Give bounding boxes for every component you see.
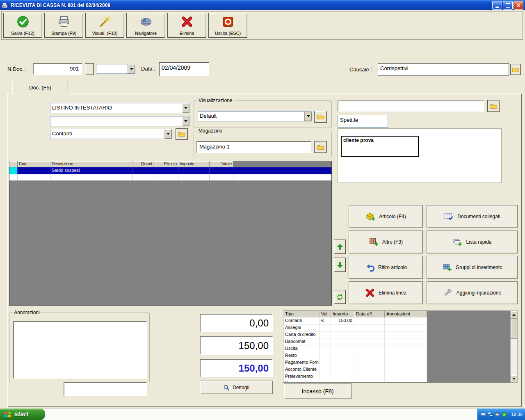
elimina-linea-button[interactable]: Elimina linea bbox=[349, 281, 423, 304]
move-up-button[interactable] bbox=[334, 240, 346, 254]
payment-row[interactable]: Resto bbox=[283, 352, 427, 359]
listino-value: LISTINO INTESTATARIO bbox=[50, 103, 182, 113]
titlebar: RICEVUTA DI CASSA N. 901 del 02/04/2009 bbox=[0, 0, 525, 10]
system-tray: 19.36 bbox=[477, 409, 525, 420]
causale-field[interactable]: Corrispettivi bbox=[378, 63, 509, 76]
causale-label: Causale : bbox=[349, 66, 372, 73]
payments-scrollbar[interactable] bbox=[510, 310, 518, 383]
totale-value: 0,00 bbox=[249, 317, 269, 329]
save-check-icon bbox=[17, 16, 29, 28]
payment-row[interactable]: Acconto Cliente bbox=[283, 366, 427, 373]
items-grid[interactable]: Cod. Descrizione Quant. Prezzo Imposte T… bbox=[9, 161, 332, 306]
scrollbar-thumb[interactable] bbox=[511, 318, 517, 339]
payment-row[interactable]: Carta di credito bbox=[283, 331, 427, 338]
network-tray-icon[interactable] bbox=[488, 412, 493, 417]
close-button[interactable] bbox=[514, 1, 523, 10]
payment-row[interactable]: Prelevamento bbox=[283, 373, 427, 380]
payments-header: Tipo Val Importo Data eff. Annotazioni bbox=[283, 311, 427, 317]
magazzino-lookup-button[interactable] bbox=[314, 141, 327, 153]
ritiro-articolo-button[interactable]: Ritiro articolo bbox=[349, 256, 423, 279]
pagamento-select[interactable]: Contanti bbox=[50, 129, 172, 139]
arrow-up-icon bbox=[337, 244, 343, 250]
doc-series-button[interactable] bbox=[85, 63, 94, 75]
venditore-select[interactable] bbox=[50, 116, 189, 126]
documenti-collegati-button[interactable]: Documenti collegati bbox=[427, 205, 518, 228]
gruppi-inserimento-button[interactable]: Gruppi di inserimentc bbox=[427, 256, 518, 279]
annotazioni-group-label: Annotazioni bbox=[13, 310, 41, 315]
navigatore-button[interactable]: Navigatore bbox=[126, 13, 165, 38]
scontrino-field[interactable] bbox=[64, 382, 147, 396]
visual-button[interactable]: Visual. (F10) bbox=[85, 13, 124, 38]
magazzino-field[interactable]: Magazzino 1 bbox=[196, 141, 311, 153]
minimize-button[interactable] bbox=[492, 1, 502, 10]
scroll-down-button[interactable] bbox=[511, 375, 517, 382]
visualizzazione-value: Default bbox=[198, 112, 304, 121]
folder-icon bbox=[512, 67, 519, 73]
tab-doc[interactable]: Doc. (F5) bbox=[12, 81, 68, 94]
salva-button[interactable]: Salva (F12) bbox=[3, 13, 42, 38]
printer-tray-icon[interactable] bbox=[495, 412, 500, 417]
start-button[interactable]: start bbox=[0, 409, 45, 420]
payment-row[interactable]: Versamento bbox=[283, 380, 427, 383]
data-field[interactable]: 02/04/2009 bbox=[159, 62, 209, 76]
chevron-down-icon[interactable] bbox=[182, 116, 189, 126]
acredito-value: 150,00 bbox=[239, 363, 269, 374]
magazzino-value: Magazzino 1 bbox=[197, 142, 310, 151]
payment-row[interactable]: Uscita bbox=[283, 345, 427, 352]
salva-label: Salva (F12) bbox=[11, 31, 34, 36]
chevron-down-icon[interactable] bbox=[182, 103, 189, 113]
scroll-up-button[interactable] bbox=[511, 311, 517, 318]
scrollbar-track[interactable] bbox=[511, 339, 517, 375]
stampa-button[interactable]: Stampa (F9) bbox=[44, 13, 83, 38]
causale-value: Corrispettivi bbox=[378, 64, 509, 73]
payment-row[interactable]: Pagamento Forni bbox=[283, 359, 427, 366]
payment-row[interactable]: Assegni bbox=[283, 324, 427, 331]
refresh-icon bbox=[336, 294, 343, 301]
grid-row-selected[interactable]: Saldo sospesi bbox=[9, 167, 331, 174]
display-tray-icon[interactable] bbox=[481, 412, 486, 417]
intestatario-lookup-button[interactable] bbox=[487, 100, 500, 112]
listino-select[interactable]: LISTINO INTESTATARIO bbox=[50, 103, 189, 113]
destinatario-field[interactable]: Spett.le bbox=[338, 115, 388, 128]
intestatario-field[interactable] bbox=[338, 100, 484, 112]
visualizzazione-select[interactable]: Default bbox=[198, 111, 312, 121]
annotazioni-textarea-wrap bbox=[13, 321, 147, 379]
payment-row[interactable]: Contanti € 150,00 bbox=[283, 317, 427, 324]
destinatario-value: Spett.le bbox=[338, 115, 388, 125]
taskbar bbox=[0, 409, 525, 420]
cliente-box[interactable]: cliente prova bbox=[341, 136, 419, 157]
dettagli-button[interactable]: Dettagli bbox=[200, 381, 273, 394]
folder-icon bbox=[178, 131, 185, 137]
altro-button[interactable]: Altro (F3) bbox=[349, 231, 423, 253]
annotazioni-textarea[interactable] bbox=[14, 322, 146, 378]
uscita-button[interactable]: Uscita (ESC) bbox=[208, 13, 247, 38]
chevron-down-icon[interactable] bbox=[164, 129, 171, 139]
pagamento-lookup-button[interactable] bbox=[176, 128, 188, 140]
scontrino-value bbox=[64, 383, 146, 386]
chevron-down-icon[interactable] bbox=[304, 112, 312, 121]
maximize-button[interactable] bbox=[503, 1, 513, 10]
pagato-value-box: 150,00 bbox=[200, 336, 273, 355]
articolo-button[interactable]: Articolo (F4) bbox=[349, 205, 423, 228]
payment-row[interactable]: Bancomat bbox=[283, 338, 427, 345]
move-down-button[interactable] bbox=[334, 258, 346, 272]
doc-series-select[interactable] bbox=[96, 64, 135, 74]
payments-table[interactable]: Tipo Val Importo Data eff. Annotazioni C… bbox=[283, 310, 427, 383]
update-tray-icon[interactable] bbox=[502, 412, 507, 417]
grid-col-imposte: Imposte bbox=[178, 161, 210, 167]
lista-rapida-button[interactable]: Lista rapida bbox=[427, 231, 518, 253]
aggiungi-riparazione-button[interactable]: Aggiungi riparazione bbox=[427, 281, 518, 304]
visualizzazione-lookup-button[interactable] bbox=[314, 111, 327, 123]
start-label: start bbox=[14, 411, 29, 418]
elimina-button[interactable]: Elimina bbox=[167, 13, 206, 38]
grid-col-quant: Quant. bbox=[132, 161, 155, 167]
incasso-button[interactable]: Incasso (F8) bbox=[284, 383, 352, 399]
taskbar-clock[interactable]: 19.36 bbox=[511, 412, 523, 417]
scroll-down-icon bbox=[512, 378, 516, 380]
causale-lookup-button[interactable] bbox=[510, 64, 521, 75]
refresh-button[interactable] bbox=[334, 290, 346, 304]
col-tipo: Tipo bbox=[283, 311, 320, 317]
ndoc-field[interactable]: 901 bbox=[33, 63, 82, 75]
grid-row-empty[interactable] bbox=[9, 174, 331, 180]
chevron-down-icon[interactable] bbox=[128, 64, 135, 73]
